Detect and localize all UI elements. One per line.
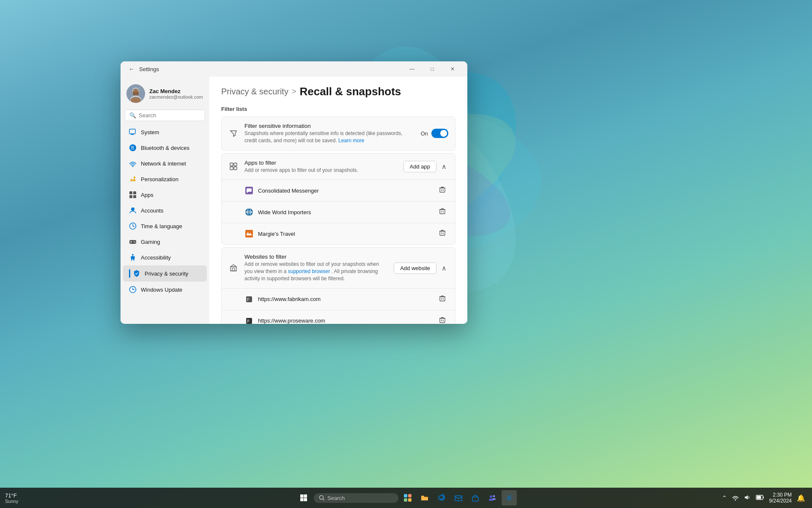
window-controls: — □ ✕ bbox=[402, 63, 462, 75]
sidebar-label-accounts: Accounts bbox=[141, 207, 163, 214]
svg-rect-107 bbox=[757, 496, 761, 499]
filter-sensitive-row: Filter sensitive information Snapshots w… bbox=[222, 117, 455, 150]
back-button[interactable]: ← bbox=[126, 63, 137, 75]
maximize-button[interactable]: □ bbox=[422, 63, 442, 75]
apps-filter-collapse-icon[interactable] bbox=[440, 161, 448, 172]
sidebar-item-update[interactable]: Windows Update bbox=[123, 282, 207, 297]
svg-rect-102 bbox=[492, 498, 496, 500]
apps-filter-icon bbox=[228, 161, 239, 171]
svg-point-104 bbox=[735, 499, 736, 500]
svg-point-32 bbox=[134, 241, 134, 242]
svg-rect-93 bbox=[404, 494, 407, 497]
sidebar-item-apps[interactable]: Apps bbox=[123, 187, 207, 202]
sidebar: Zac Mendez zacmendez@outlook.com 🔍 Syste… bbox=[121, 77, 209, 324]
taskbar-teams[interactable] bbox=[485, 490, 500, 505]
sidebar-label-privacy: Privacy & security bbox=[145, 271, 188, 277]
svg-point-99 bbox=[490, 495, 492, 498]
search-input[interactable] bbox=[139, 112, 200, 119]
sidebar-item-gaming[interactable]: Gaming bbox=[123, 234, 207, 249]
delete-consolidated-button[interactable] bbox=[436, 185, 448, 196]
svg-rect-97 bbox=[455, 496, 462, 501]
websites-to-filter-content: Websites to filter Add or remove website… bbox=[244, 254, 388, 282]
app-label-margiestravel: Margie's Travel bbox=[258, 231, 432, 237]
network-icon bbox=[129, 160, 137, 167]
weather-widget[interactable]: 71°F Sunny bbox=[5, 492, 18, 504]
websites-filter-collapse-icon[interactable] bbox=[440, 262, 448, 274]
sidebar-label-update: Windows Update bbox=[141, 287, 182, 293]
delete-proseware-button[interactable] bbox=[436, 315, 448, 324]
taskbar-settings[interactable] bbox=[502, 490, 517, 505]
svg-rect-14 bbox=[129, 129, 135, 134]
apps-to-filter-card: Apps to filter Add or remove apps to fil… bbox=[221, 153, 455, 245]
svg-rect-44 bbox=[439, 188, 445, 188]
user-profile[interactable]: Zac Mendez zacmendez@outlook.com bbox=[121, 80, 209, 110]
svg-rect-38 bbox=[230, 167, 233, 170]
filter-sensitive-desc: Snapshots where potentially sensitive in… bbox=[244, 130, 415, 144]
svg-point-25 bbox=[131, 207, 134, 211]
svg-rect-39 bbox=[234, 167, 237, 170]
add-app-button[interactable]: Add app bbox=[403, 161, 436, 172]
delete-margiestravel-button[interactable] bbox=[436, 228, 448, 240]
svg-text:F: F bbox=[247, 298, 249, 302]
svg-rect-24 bbox=[133, 195, 136, 198]
svg-point-103 bbox=[508, 497, 510, 499]
sidebar-search[interactable]: 🔍 bbox=[125, 110, 205, 121]
start-button[interactable] bbox=[295, 489, 312, 506]
title-bar: ← Settings — □ ✕ bbox=[121, 61, 467, 77]
delete-wideworldimporters-button[interactable] bbox=[436, 206, 448, 218]
sidebar-item-bluetooth[interactable]: B Bluetooth & devices bbox=[123, 140, 207, 155]
add-website-button[interactable]: Add website bbox=[394, 262, 436, 274]
websites-to-filter-desc: Add or remove websites to filter out of … bbox=[244, 261, 388, 282]
apps-to-filter-desc: Add or remove apps to filter out of your… bbox=[244, 167, 398, 174]
taskbar-edge[interactable] bbox=[434, 490, 449, 505]
svg-line-92 bbox=[323, 499, 325, 501]
taskbar-fileexplorer[interactable] bbox=[417, 490, 432, 505]
delete-fabrikam-button[interactable] bbox=[436, 293, 448, 305]
battery-tray-icon[interactable] bbox=[754, 494, 766, 502]
user-name: Zac Mendez bbox=[149, 88, 203, 94]
breadcrumb-parent[interactable]: Privacy & security bbox=[221, 87, 288, 97]
sidebar-item-network[interactable]: Network & internet bbox=[123, 156, 207, 171]
sidebar-item-accounts[interactable]: Accounts bbox=[123, 203, 207, 218]
taskbar-search[interactable]: Search bbox=[314, 493, 398, 503]
svg-rect-87 bbox=[300, 494, 304, 498]
weather-temp: 71°F bbox=[5, 492, 17, 499]
sidebar-item-personalization[interactable]: Personalization bbox=[123, 171, 207, 187]
network-tray-icon[interactable] bbox=[730, 493, 741, 503]
content-area: Privacy & security > Recall & snapshots … bbox=[209, 77, 467, 324]
taskbar-widgets[interactable] bbox=[400, 490, 415, 505]
taskbar-store[interactable] bbox=[468, 490, 483, 505]
apps-to-filter-title: Apps to filter bbox=[244, 160, 398, 166]
section-label: Filter lists bbox=[221, 106, 455, 112]
close-button[interactable]: ✕ bbox=[443, 63, 462, 75]
taskbar-clock[interactable]: 2:30 PM 9/24/2024 bbox=[769, 492, 792, 504]
filter-sensitive-content: Filter sensitive information Snapshots w… bbox=[244, 123, 415, 144]
sidebar-item-accessibility[interactable]: Accessibility bbox=[123, 250, 207, 265]
wide-world-importers-icon bbox=[244, 207, 254, 217]
filter-sensitive-learn-more[interactable]: Learn more bbox=[338, 138, 364, 144]
toggle-on-label: On bbox=[421, 130, 428, 137]
personalization-icon bbox=[129, 175, 137, 183]
page-title: Recall & snapshots bbox=[299, 85, 401, 98]
breadcrumb: Privacy & security > Recall & snapshots bbox=[221, 85, 455, 98]
taskbar-mail[interactable] bbox=[451, 490, 466, 505]
time-icon bbox=[129, 222, 137, 230]
filter-sensitive-toggle[interactable] bbox=[431, 129, 448, 138]
fabrikam-icon: F bbox=[244, 295, 254, 304]
app-item-wideworldimporters: Wide World Importers bbox=[222, 202, 455, 223]
sidebar-item-time[interactable]: Time & language bbox=[123, 218, 207, 234]
apps-list: Consolidated Messenger Wide World Import… bbox=[222, 179, 455, 244]
svg-rect-36 bbox=[230, 163, 233, 166]
volume-tray-icon[interactable] bbox=[742, 493, 752, 503]
accessibility-icon bbox=[129, 254, 137, 261]
filter-sensitive-card: Filter sensitive information Snapshots w… bbox=[221, 116, 455, 151]
supported-browser-link[interactable]: supported browser bbox=[288, 268, 330, 274]
minimize-button[interactable]: — bbox=[402, 63, 422, 75]
sidebar-item-privacy[interactable]: Privacy & security bbox=[123, 265, 207, 282]
sidebar-item-system[interactable]: System bbox=[123, 124, 207, 140]
gaming-icon bbox=[129, 238, 137, 246]
privacy-icon bbox=[133, 270, 140, 277]
notification-icon[interactable]: 🔔 bbox=[795, 493, 807, 503]
website-url-proseware: https://www.proseware.com bbox=[258, 318, 432, 324]
tray-chevron[interactable]: ⌃ bbox=[720, 494, 729, 502]
